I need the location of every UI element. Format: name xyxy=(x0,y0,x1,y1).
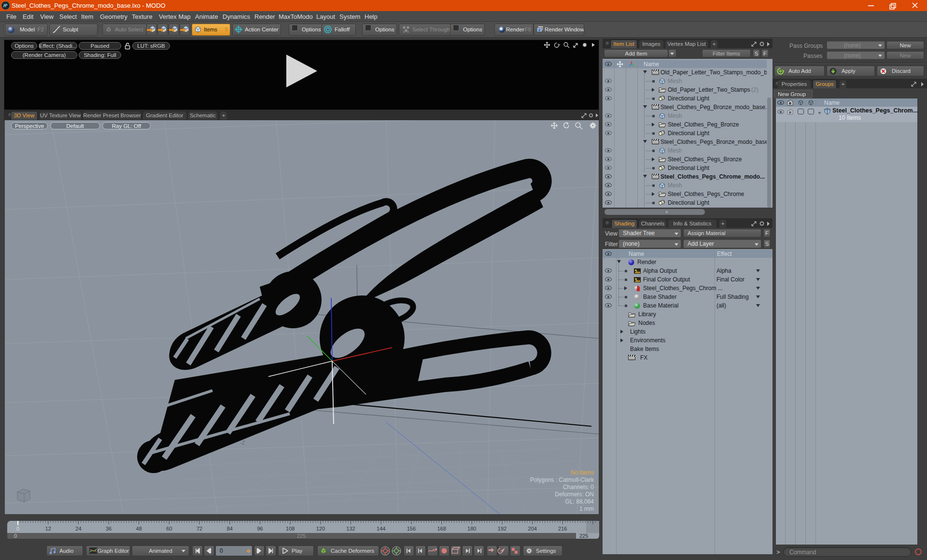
svg-text:216: 216 xyxy=(558,526,567,532)
svg-text:168: 168 xyxy=(437,526,446,532)
svg-text:60: 60 xyxy=(166,526,172,532)
svg-text:12: 12 xyxy=(45,526,51,532)
svg-text:24: 24 xyxy=(75,526,81,532)
svg-text:132: 132 xyxy=(346,526,355,532)
svg-text:72: 72 xyxy=(197,526,202,532)
svg-text:180: 180 xyxy=(467,526,476,532)
svg-text:144: 144 xyxy=(377,526,385,532)
svg-text:84: 84 xyxy=(227,526,233,532)
svg-text:156: 156 xyxy=(407,526,416,532)
svg-text:48: 48 xyxy=(136,526,142,532)
svg-text:108: 108 xyxy=(286,526,295,532)
svg-text:36: 36 xyxy=(106,526,112,532)
svg-text:96: 96 xyxy=(257,526,263,532)
svg-text:120: 120 xyxy=(316,526,325,532)
svg-text:204: 204 xyxy=(528,526,537,532)
svg-text:0: 0 xyxy=(16,526,19,532)
svg-text:192: 192 xyxy=(498,526,506,532)
